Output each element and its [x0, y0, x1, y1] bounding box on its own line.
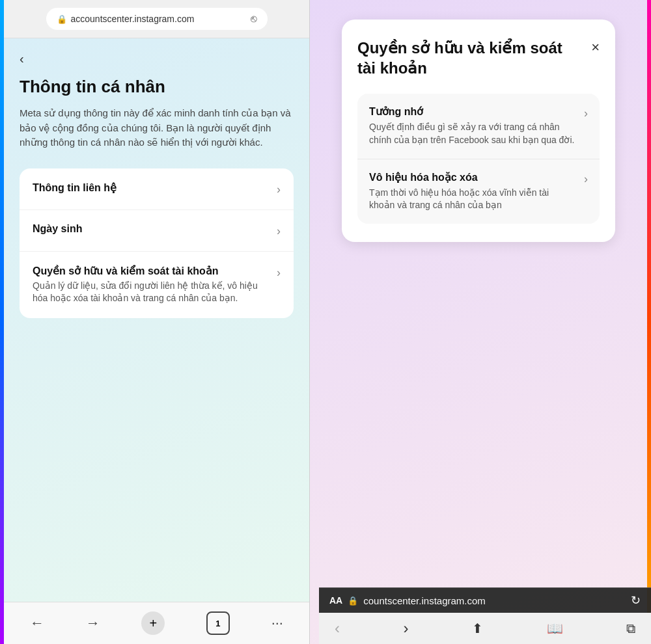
- safari-nav: ‹ › ⬆ 📖 ⧉: [319, 613, 651, 644]
- modal-header: Quyền sở hữu và kiểm soát tài khoản ×: [357, 38, 600, 78]
- left-panel: 🔒 accountscenter.instagram.com ⎋ ‹ Thông…: [4, 0, 310, 644]
- chevron-right-icon: ›: [277, 183, 281, 196]
- menu-item-ownership-title: Quyền sở hữu và kiểm soát tài khoản: [33, 265, 269, 277]
- page-description: Meta sử dụng thông tin này để xác minh d…: [20, 106, 294, 150]
- safari-tabs-button[interactable]: ⧉: [626, 621, 635, 636]
- safari-forward-button[interactable]: ›: [404, 619, 409, 637]
- modal-card: Quyền sở hữu và kiểm soát tài khoản × Tư…: [342, 20, 615, 242]
- tabs-count: 1: [215, 619, 220, 628]
- chevron-right-icon-3: ›: [277, 266, 281, 280]
- modal-chevron-icon-1: ›: [584, 107, 588, 120]
- modal-menu-card: Tưởng nhớ Quyết định điều gì sẽ xảy ra v…: [357, 94, 600, 223]
- safari-back-button[interactable]: ‹: [335, 619, 340, 637]
- menu-item-birthday-title: Ngày sinh: [33, 223, 269, 235]
- chevron-right-icon-2: ›: [277, 224, 281, 238]
- safari-aa-label: AA: [329, 595, 342, 606]
- plus-icon: +: [149, 616, 157, 631]
- modal-item-disable-desc: Tạm thời vô hiệu hóa hoặc xóa vĩnh viễn …: [369, 187, 576, 212]
- browser-bar: 🔒 accountscenter.instagram.com ⎋: [4, 0, 309, 38]
- nav-plus-button[interactable]: +: [141, 611, 165, 635]
- page-title: Thông tin cá nhân: [20, 77, 294, 97]
- modal-item-disable-title: Vô hiệu hóa hoặc xóa: [369, 171, 576, 183]
- safari-bookmarks-button[interactable]: 📖: [547, 621, 563, 636]
- safari-share-button[interactable]: ⬆: [472, 621, 483, 636]
- nav-back-button[interactable]: ←: [30, 615, 44, 632]
- nav-more-button[interactable]: ···: [271, 615, 283, 632]
- menu-item-ownership-desc: Quản lý dữ liệu, sửa đổi người liên hệ t…: [33, 280, 269, 305]
- modal-item-memorial[interactable]: Tưởng nhớ Quyết định điều gì sẽ xảy ra v…: [357, 94, 600, 159]
- modal-title: Quyền sở hữu và kiểm soát tài khoản: [357, 38, 591, 78]
- url-text: accountscenter.instagram.com: [71, 14, 195, 24]
- share-icon[interactable]: ⎋: [251, 13, 257, 25]
- modal-chevron-icon-2: ›: [584, 172, 588, 186]
- url-bar: 🔒 accountscenter.instagram.com ⎋: [46, 8, 268, 30]
- close-button[interactable]: ×: [591, 39, 600, 56]
- menu-item-birthday[interactable]: Ngày sinh ›: [20, 210, 294, 252]
- safari-url-text: countscenter.instagram.com: [363, 595, 486, 606]
- modal-item-memorial-desc: Quyết định điều gì sẽ xảy ra với trang c…: [369, 121, 576, 146]
- safari-url-bar: AA 🔒 countscenter.instagram.com ↻: [319, 588, 651, 613]
- back-button[interactable]: ‹: [20, 51, 24, 66]
- menu-card: Thông tin liên hệ › Ngày sinh › Quyền sở…: [20, 168, 294, 318]
- nav-forward-button[interactable]: →: [86, 615, 100, 632]
- safari-reload-icon[interactable]: ↻: [631, 593, 641, 608]
- menu-item-contact[interactable]: Thông tin liên hệ ›: [20, 168, 294, 210]
- right-panel: Quyền sở hữu và kiểm soát tài khoản × Tư…: [310, 0, 647, 644]
- safari-bottom-bar: AA 🔒 countscenter.instagram.com ↻ ‹ › ⬆ …: [319, 587, 651, 644]
- modal-item-disable[interactable]: Vô hiệu hóa hoặc xóa Tạm thời vô hiệu hó…: [357, 159, 600, 224]
- right-border: [647, 0, 651, 644]
- menu-item-ownership[interactable]: Quyền sở hữu và kiểm soát tài khoản Quản…: [20, 252, 294, 318]
- modal-item-memorial-title: Tưởng nhớ: [369, 105, 576, 118]
- left-content: ‹ Thông tin cá nhân Meta sử dụng thông t…: [4, 38, 309, 602]
- menu-item-contact-title: Thông tin liên hệ: [33, 181, 269, 194]
- safari-lock-icon: 🔒: [348, 596, 358, 606]
- nav-tabs-button[interactable]: 1: [206, 611, 230, 635]
- bottom-nav: ← → + 1 ···: [4, 602, 309, 644]
- lock-icon: 🔒: [57, 14, 67, 24]
